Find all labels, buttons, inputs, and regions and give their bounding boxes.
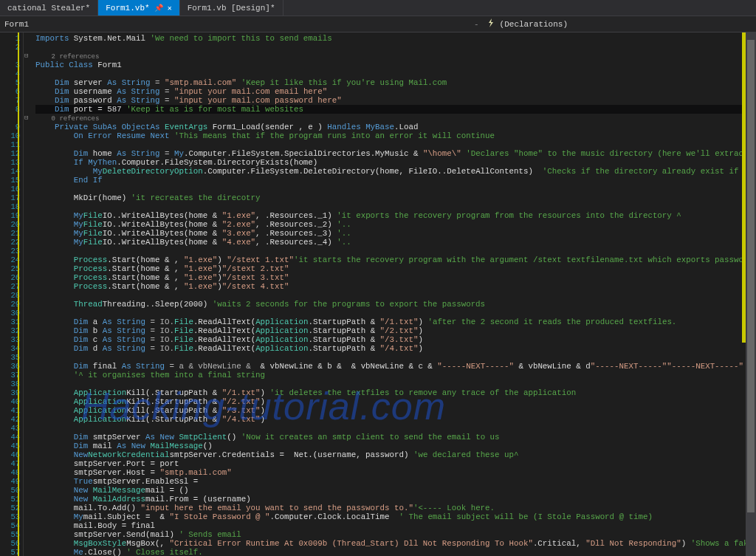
scrollbar-thumb[interactable] <box>747 40 755 512</box>
line-number-gutter: 1234567891011121314151617181920212223242… <box>0 32 24 556</box>
fold-column: ⊟ ⊟ <box>24 32 32 556</box>
class-name: Form1 <box>4 20 29 29</box>
tab-stealer[interactable]: cational Stealer* <box>0 0 98 16</box>
tab-bar: cational Stealer* Form1.vb* 📌 ✕ Form1.vb… <box>0 0 756 16</box>
class-dropdown[interactable]: Form1 <box>4 20 282 29</box>
pin-icon[interactable]: 📌 <box>154 4 163 13</box>
tab-form1-design[interactable]: Form1.vb [Design]* <box>180 0 284 16</box>
nav-bar: Form1 - (Declarations) <box>0 16 756 32</box>
tab-label: cational Stealer* <box>7 4 90 13</box>
vertical-scrollbar[interactable] <box>746 32 756 556</box>
change-marker <box>18 32 19 556</box>
member-name: (Declarations) <box>500 20 568 29</box>
fold-toggle[interactable]: ⊟ <box>24 114 28 122</box>
tab-form1-vb[interactable]: Form1.vb* 📌 ✕ <box>98 0 179 16</box>
close-icon[interactable]: ✕ <box>168 4 172 13</box>
lightning-icon <box>487 18 495 30</box>
code-editor[interactable]: 1234567891011121314151617181920212223242… <box>0 32 756 556</box>
tab-label: Form1.vb* <box>106 4 149 13</box>
fold-toggle[interactable]: ⊟ <box>24 52 28 60</box>
change-marker-right <box>742 32 746 343</box>
code-content[interactable]: Imports System.Net.Mail 'We need to impo… <box>32 32 756 556</box>
tab-label: Form1.vb [Design]* <box>188 4 275 13</box>
nav-separator: - <box>474 20 479 29</box>
member-dropdown[interactable]: - (Declarations) <box>282 18 752 30</box>
